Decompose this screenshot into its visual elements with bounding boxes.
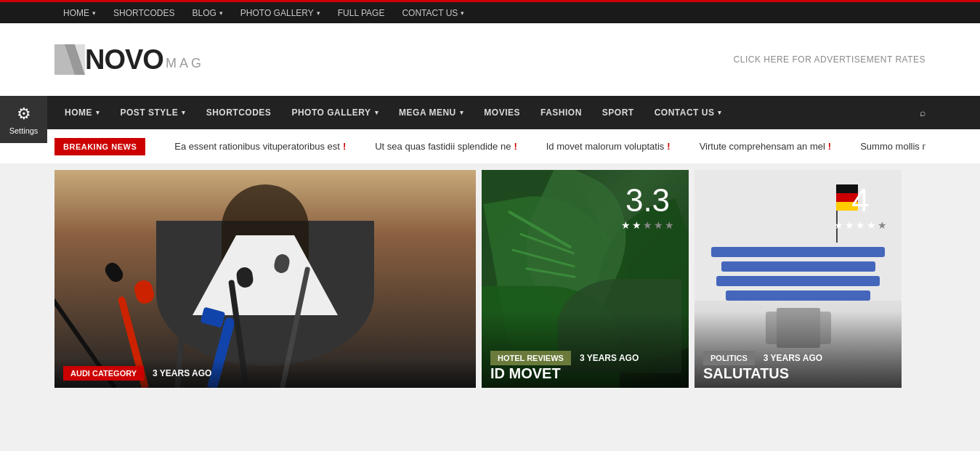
main-nav-sport[interactable]: SPORT xyxy=(592,96,644,129)
article-title: SALUTATUS xyxy=(703,365,893,382)
settings-label: Settings xyxy=(9,126,39,135)
article-title: ID MOVET xyxy=(490,365,680,382)
top-nav-blog-label: BLOG xyxy=(192,8,216,18)
main-nav-movies-label: MOVIES xyxy=(484,107,520,118)
site-header: NOVO MAG CLICK HERE FOR ADVERTISEMENT RA… xyxy=(0,23,980,96)
main-nav-photo-gallery-label: PHOTO GALLERY xyxy=(291,107,370,118)
logo-icon xyxy=(54,44,85,75)
main-nav-home[interactable]: HOME ▾ xyxy=(54,96,110,129)
breaking-news-item[interactable]: Virtute comprehensam an mel ! xyxy=(685,141,846,152)
main-nav-movies[interactable]: MOVIES xyxy=(474,96,530,129)
breaking-news-bar: BREAKING NEWS Ea essent rationibus vitup… xyxy=(0,129,980,164)
main-nav-contact-us[interactable]: CONTACT US ▾ xyxy=(644,96,732,129)
breaking-item-text: Virtute comprehensam an mel xyxy=(700,141,825,152)
main-nav-home-label: HOME xyxy=(65,107,92,118)
star-1: ★ xyxy=(834,219,843,231)
chevron-down-icon: ▾ xyxy=(460,109,464,116)
breaking-item-text: Summo mollis molestiae in mea xyxy=(860,141,926,152)
chevron-down-icon: ▾ xyxy=(317,9,320,17)
card-small[interactable]: 4 ★ ★ ★ ★ ★ POLITICS 3 YEARS AGO SALUTAT… xyxy=(694,170,902,388)
card-image-press xyxy=(54,170,476,388)
main-nav-shortcodes[interactable]: SHORTCODES xyxy=(196,96,282,129)
main-nav-sport-label: SPORT xyxy=(602,107,634,118)
main-nav-fashion[interactable]: FASHION xyxy=(530,96,592,129)
main-nav-mega-menu-label: MEGA MENU xyxy=(399,107,456,118)
main-nav-post-style-label: POST STYLE xyxy=(121,107,179,118)
top-nav-shortcodes[interactable]: SHORTCODES xyxy=(105,1,183,25)
top-nav-home-label: HOME xyxy=(63,8,89,18)
top-nav-home[interactable]: HOME ▾ xyxy=(54,1,105,25)
main-nav-fashion-label: FASHION xyxy=(540,107,582,118)
breaking-news-item[interactable]: Ut sea quas fastidii splendide ne ! xyxy=(360,141,532,152)
main-nav-shortcodes-label: SHORTCODES xyxy=(206,107,272,118)
category-badge[interactable]: HOTEL REVIEWS xyxy=(490,351,571,365)
breaking-news-item[interactable]: Ea essent rationibus vituperatoribus est… xyxy=(160,141,360,152)
star-2: ★ xyxy=(632,219,641,231)
top-nav-shortcodes-label: SHORTCODES xyxy=(113,8,174,18)
rating-number: 4 xyxy=(834,184,887,216)
cards-grid: AUDI CATEGORY 3 YEARS AGO 3.3 ★ ★ ★ xyxy=(0,170,980,388)
top-nav-contact-us-label: CONTACT US xyxy=(402,8,458,18)
card-overlay: AUDI CATEGORY 3 YEARS AGO xyxy=(54,359,476,388)
main-nav-photo-gallery[interactable]: PHOTO GALLERY ▾ xyxy=(281,96,389,129)
main-nav-contact-us-label: CONTACT US xyxy=(655,107,715,118)
chevron-down-icon: ▾ xyxy=(461,9,464,17)
top-nav-photo-gallery[interactable]: PHOTO GALLERY ▾ xyxy=(232,1,329,25)
chevron-down-icon: ▾ xyxy=(96,109,100,116)
chevron-down-icon: ▾ xyxy=(219,9,223,17)
chevron-down-icon: ▾ xyxy=(92,9,96,17)
star-3: ★ xyxy=(856,219,865,231)
main-nav-post-style[interactable]: POST STYLE ▾ xyxy=(110,96,196,129)
star-3: ★ xyxy=(643,219,652,231)
star-5: ★ xyxy=(665,219,674,231)
advertisement-link[interactable]: CLICK HERE FOR ADVERTISEMENT RATES xyxy=(734,54,926,65)
breaking-news-item[interactable]: Id movet malorum voluptatis ! xyxy=(532,141,685,152)
card-footer: HOTEL REVIEWS 3 YEARS AGO ID MOVET xyxy=(482,312,689,388)
search-icon[interactable]: ⌕ xyxy=(920,107,926,118)
main-nav-mega-menu[interactable]: MEGA MENU ▾ xyxy=(389,96,474,129)
star-rating: ★ ★ ★ ★ ★ xyxy=(834,219,887,231)
settings-button[interactable]: ⚙ Settings xyxy=(0,96,47,143)
top-nav-blog[interactable]: BLOG ▾ xyxy=(183,1,231,25)
star-5: ★ xyxy=(878,219,887,231)
rating-overlay: 3.3 ★ ★ ★ ★ ★ xyxy=(621,184,674,231)
top-navigation: HOME ▾ SHORTCODES BLOG ▾ PHOTO GALLERY ▾… xyxy=(0,0,980,23)
time-ago-label: 3 YEARS AGO xyxy=(764,353,822,363)
chevron-down-icon: ▾ xyxy=(182,109,186,116)
breaking-news-badge: BREAKING NEWS xyxy=(54,138,145,155)
exclamation-icon: ! xyxy=(343,141,346,152)
top-nav-contact-us[interactable]: CONTACT US ▾ xyxy=(393,1,473,25)
rating-number: 3.3 xyxy=(621,184,674,216)
logo[interactable]: NOVO MAG xyxy=(54,44,204,75)
category-badge[interactable]: POLITICS xyxy=(703,351,755,365)
logo-sub-text: MAG xyxy=(166,56,204,71)
breaking-item-text: Ea essent rationibus vituperatoribus est xyxy=(174,141,340,152)
star-1: ★ xyxy=(621,219,631,231)
card-medium[interactable]: 3.3 ★ ★ ★ ★ ★ HOTEL REVIEWS 3 YEARS AGO … xyxy=(482,170,689,388)
breaking-item-text: Ut sea quas fastidii splendide ne xyxy=(375,141,511,152)
exclamation-icon: ! xyxy=(514,141,517,152)
star-4: ★ xyxy=(867,219,876,231)
top-nav-photo-gallery-label: PHOTO GALLERY xyxy=(240,8,314,18)
main-navigation: HOME ▾ POST STYLE ▾ SHORTCODES PHOTO GAL… xyxy=(0,96,980,129)
logo-main-text: NOVO xyxy=(85,46,163,73)
top-nav-full-page[interactable]: FULL PAGE xyxy=(329,1,394,25)
card-footer: POLITICS 3 YEARS AGO SALUTATUS xyxy=(694,312,902,388)
card-big[interactable]: AUDI CATEGORY 3 YEARS AGO xyxy=(54,170,476,388)
chevron-down-icon: ▾ xyxy=(375,109,379,116)
exclamation-icon: ! xyxy=(667,141,670,152)
time-ago-label: 3 YEARS AGO xyxy=(580,353,639,363)
top-nav-full-page-label: FULL PAGE xyxy=(338,8,385,18)
rating-overlay: 4 ★ ★ ★ ★ ★ xyxy=(834,184,887,231)
gear-icon: ⚙ xyxy=(17,105,31,123)
breaking-news-items: Ea essent rationibus vituperatoribus est… xyxy=(160,141,926,152)
star-rating: ★ ★ ★ ★ ★ xyxy=(621,219,674,231)
category-badge[interactable]: AUDI CATEGORY xyxy=(63,366,144,381)
star-4: ★ xyxy=(654,219,663,231)
chevron-down-icon: ▾ xyxy=(718,109,722,116)
breaking-item-text: Id movet malorum voluptatis xyxy=(546,141,665,152)
exclamation-icon: ! xyxy=(828,141,831,152)
star-2: ★ xyxy=(845,219,854,231)
time-ago-label: 3 YEARS AGO xyxy=(153,368,211,378)
breaking-news-item[interactable]: Summo mollis molestiae in mea ! xyxy=(846,141,926,152)
